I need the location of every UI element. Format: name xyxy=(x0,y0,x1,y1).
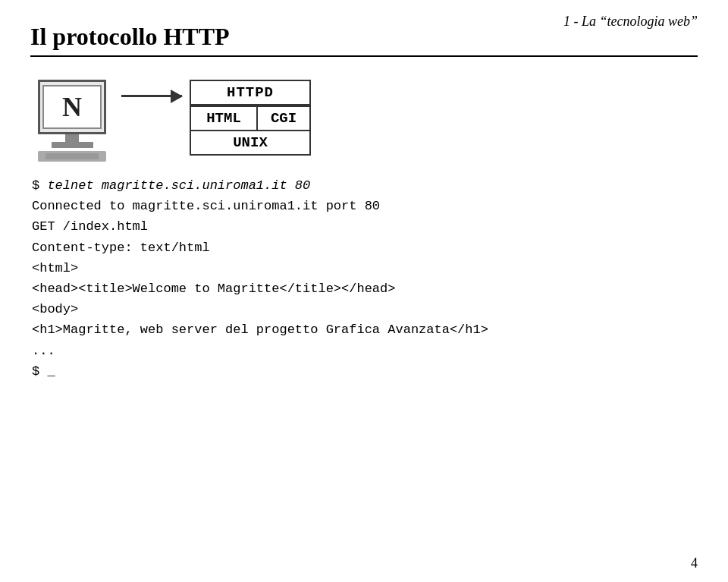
computer-icon: N xyxy=(38,80,106,162)
terminal-line-2: Connected to magritte.sci.uniroma1.it po… xyxy=(32,196,698,216)
terminal-line-10: $ _ xyxy=(32,361,698,382)
keyboard xyxy=(38,151,106,162)
page: 1 - La “tecnologia web” Il protocollo HT… xyxy=(0,0,728,582)
arrow-container xyxy=(121,95,182,97)
page-number: 4 xyxy=(691,555,698,571)
html-cgi-row: HTML CGI xyxy=(190,105,311,131)
terminal-line-6: <head><title>Welcome to Magritte</title>… xyxy=(32,278,698,299)
terminal-line-9: ... xyxy=(32,341,698,361)
server-stack: HTTPD HTML CGI UNIX xyxy=(190,80,311,156)
title-divider xyxy=(30,55,698,57)
terminal-line-7: <body> xyxy=(32,299,698,319)
monitor-neck xyxy=(65,134,79,142)
httpd-box: HTTPD xyxy=(190,80,311,105)
html-box: HTML xyxy=(190,105,258,131)
terminal-line-4: Content-type: text/html xyxy=(32,238,698,258)
terminal-line-1: $ telnet magritte.sci.uniroma1.it 80 xyxy=(32,175,698,196)
unix-box: UNIX xyxy=(190,131,311,156)
arrow-line xyxy=(121,95,182,97)
monitor: N xyxy=(38,80,106,134)
terminal-line-5: <html> xyxy=(32,258,698,278)
monitor-base xyxy=(52,142,93,148)
monitor-screen: N xyxy=(42,85,102,129)
cgi-box: CGI xyxy=(258,105,311,131)
monitor-letter: N xyxy=(62,91,82,123)
terminal-line-8: <h1>Magritte, web server del progetto Gr… xyxy=(32,319,698,340)
diagram-area: N HTTPD HTML CGI UNIX xyxy=(38,72,698,162)
terminal-line-3: GET /index.html xyxy=(32,216,698,237)
top-label: 1 - La “tecnologia web” xyxy=(563,14,698,30)
terminal-output: $ telnet magritte.sci.uniroma1.it 80 Con… xyxy=(32,175,698,382)
